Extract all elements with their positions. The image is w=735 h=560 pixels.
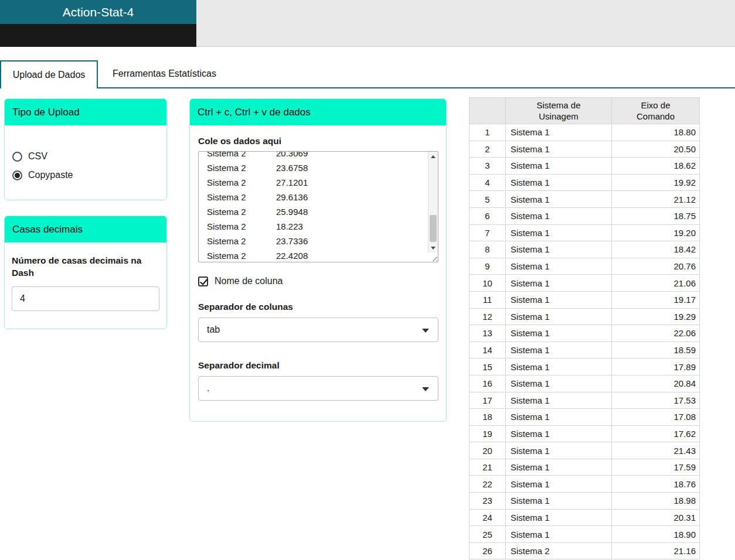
table-cell[interactable]: Sistema 1 [506, 258, 612, 275]
table-cell[interactable]: 21.16 [612, 542, 700, 559]
table-cell[interactable]: Sistema 1 [506, 191, 612, 208]
table-cell[interactable]: Sistema 1 [506, 141, 612, 158]
table-cell[interactable]: 17.59 [612, 459, 700, 476]
table-cell[interactable]: 6 [469, 207, 506, 224]
table-cell[interactable]: 20.76 [612, 258, 700, 275]
checkbox-icon[interactable] [198, 276, 208, 286]
tab-ferramentas-estatisticas[interactable]: Ferramentas Estatísticas [98, 60, 231, 87]
table-cell[interactable]: Sistema 1 [506, 526, 612, 543]
table-cell[interactable]: Sistema 1 [506, 375, 612, 392]
table-cell[interactable]: Sistema 1 [506, 158, 612, 175]
table-cell[interactable]: 21.43 [612, 442, 700, 459]
table-cell[interactable]: 18.62 [612, 158, 700, 175]
table-cell[interactable]: 1 [469, 124, 506, 141]
checkbox-label: Nome de coluna [215, 276, 283, 286]
table-cell[interactable]: 23 [469, 493, 506, 510]
table-row: 20Sistema 121.43 [469, 442, 700, 459]
decimal-separator-dropdown[interactable]: . [198, 376, 438, 401]
table-cell[interactable]: 20.84 [612, 375, 700, 392]
paste-textarea[interactable]: Sistema 220.3069Sistema 223.6758Sistema … [198, 151, 438, 262]
table-cell[interactable]: 17.62 [612, 425, 700, 442]
table-cell[interactable]: 18.75 [612, 207, 700, 224]
table-cell[interactable]: 26 [469, 542, 506, 559]
table-cell[interactable]: 18 [469, 409, 506, 426]
table-cell[interactable]: 22 [469, 476, 506, 493]
table-cell[interactable]: Sistema 1 [506, 409, 612, 426]
table-cell[interactable]: 19.17 [612, 291, 700, 308]
table-cell[interactable]: Sistema 1 [506, 124, 612, 141]
table-cell[interactable]: Sistema 1 [506, 358, 612, 375]
caret-down-icon [422, 387, 429, 391]
table-cell[interactable]: 15 [469, 358, 506, 375]
table-cell[interactable]: 21.06 [612, 275, 700, 292]
table-cell[interactable]: Sistema 1 [506, 342, 612, 358]
table-cell[interactable]: 17.89 [612, 358, 700, 375]
table-cell[interactable]: 18.59 [612, 342, 700, 358]
table-cell[interactable]: 18.42 [612, 241, 700, 258]
table-cell[interactable]: Sistema 1 [506, 509, 612, 526]
table-cell[interactable]: 9 [469, 258, 506, 275]
table-cell[interactable]: 17.53 [612, 392, 700, 409]
table-cell[interactable]: 20 [469, 442, 506, 459]
table-cell[interactable]: 16 [469, 375, 506, 392]
table-cell[interactable]: 3 [469, 158, 506, 175]
table-cell[interactable]: Sistema 1 [506, 493, 612, 510]
scrollbar-thumb[interactable] [430, 215, 437, 242]
table-cell[interactable]: Sistema 1 [506, 275, 612, 292]
table-cell[interactable]: 10 [469, 275, 506, 292]
table-cell[interactable]: 11 [469, 291, 506, 308]
table-cell[interactable]: 5 [469, 191, 506, 208]
table-cell[interactable]: 19.20 [612, 224, 700, 241]
table-cell[interactable]: 18.76 [612, 476, 700, 493]
table-cell[interactable]: 17.08 [612, 409, 700, 426]
table-cell[interactable]: Sistema 1 [506, 207, 612, 224]
table-cell[interactable]: 21 [469, 459, 506, 476]
table-cell[interactable]: Sistema 1 [506, 476, 612, 493]
column-name-option[interactable]: Nome de coluna [198, 275, 283, 287]
table-cell[interactable]: 12 [469, 308, 506, 325]
radio-button-icon[interactable] [12, 170, 22, 180]
table-cell[interactable]: Sistema 1 [506, 308, 612, 325]
radio-option-copypaste[interactable]: Copypaste [12, 170, 166, 180]
table-cell[interactable]: 14 [469, 342, 506, 358]
table-cell[interactable]: Sistema 1 [506, 174, 612, 191]
resize-handle-icon[interactable] [430, 254, 437, 261]
radio-button-icon[interactable] [12, 152, 22, 162]
table-cell[interactable]: 21.12 [612, 191, 700, 208]
table-cell[interactable]: Sistema 1 [506, 291, 612, 308]
table-row: 10Sistema 121.06 [469, 275, 700, 292]
table-cell[interactable]: Sistema 1 [506, 425, 612, 442]
table-cell[interactable]: 18.80 [612, 124, 700, 141]
table-cell[interactable]: 4 [469, 174, 506, 191]
table-cell[interactable]: 8 [469, 241, 506, 258]
scroll-up-icon[interactable] [428, 152, 438, 161]
table-cell[interactable]: 2 [469, 141, 506, 158]
table-cell[interactable]: 25 [469, 526, 506, 543]
table-cell[interactable]: 24 [469, 509, 506, 526]
table-cell[interactable]: 19.29 [612, 308, 700, 325]
radio-option-csv[interactable]: CSV [12, 151, 166, 162]
table-cell[interactable]: 22.06 [612, 325, 700, 342]
table-cell[interactable]: 20.31 [612, 509, 700, 526]
table-cell[interactable]: Sistema 1 [506, 241, 612, 258]
table-cell[interactable]: Sistema 2 [506, 542, 612, 559]
table-cell[interactable]: 17 [469, 392, 506, 409]
table-cell[interactable]: 13 [469, 325, 506, 342]
scroll-down-icon[interactable] [428, 243, 438, 252]
tab-upload-de-dados[interactable]: Upload de Dados [0, 60, 98, 88]
table-cell[interactable]: Sistema 1 [506, 459, 612, 476]
table-cell[interactable]: Sistema 1 [506, 325, 612, 342]
table-cell[interactable]: 19 [469, 425, 506, 442]
textarea-line: Sistema 227.1201 [207, 175, 427, 190]
column-separator-dropdown[interactable]: tab [198, 317, 438, 342]
table-cell[interactable]: 19.92 [612, 174, 700, 191]
decimal-places-input[interactable]: 4 [12, 286, 159, 311]
table-cell[interactable]: Sistema 1 [506, 224, 612, 241]
table-cell[interactable]: 18.98 [612, 493, 700, 510]
table-cell[interactable]: 7 [469, 224, 506, 241]
table-cell[interactable]: Sistema 1 [506, 392, 612, 409]
table-cell[interactable]: 20.50 [612, 141, 700, 158]
table-cell[interactable]: Sistema 1 [506, 442, 612, 459]
textarea-scrollbar[interactable] [428, 152, 438, 252]
table-cell[interactable]: 18.90 [612, 526, 700, 543]
